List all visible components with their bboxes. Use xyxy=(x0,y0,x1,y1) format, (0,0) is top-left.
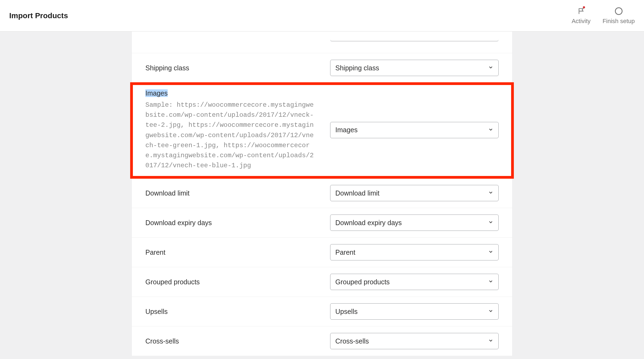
shipping-class-select[interactable]: Shipping class xyxy=(330,60,499,76)
mapping-row-grouped-products: Grouped products Grouped products xyxy=(132,267,512,297)
select-value: Shipping class xyxy=(335,64,379,72)
row-label-text: Parent xyxy=(145,248,165,256)
select-value: Upsells xyxy=(335,308,358,316)
chevron-down-icon xyxy=(488,127,493,133)
notification-dot-icon xyxy=(583,6,585,8)
chevron-down-icon xyxy=(488,249,493,256)
row-label: Upsells xyxy=(145,308,330,316)
row-label: Images Sample: https://woocommercecore.m… xyxy=(145,89,330,171)
mapping-panel: Shipping class Shipping class Images Sam… xyxy=(132,32,512,356)
row-label-text: Images xyxy=(145,89,168,97)
mapping-row-shipping-class: Shipping class Shipping class xyxy=(132,53,512,83)
upsells-select[interactable]: Upsells xyxy=(330,303,499,320)
select-value: Download expiry days xyxy=(335,219,402,227)
activity-label: Activity xyxy=(572,18,591,25)
mapping-row xyxy=(132,32,512,53)
parent-select[interactable]: Parent xyxy=(330,244,499,260)
finish-setup-label: Finish setup xyxy=(602,18,635,25)
select-value: Download limit xyxy=(335,189,380,197)
select-value: Images xyxy=(335,126,358,134)
cross-sells-select[interactable]: Cross-sells xyxy=(330,333,499,349)
download-expiry-select[interactable]: Download expiry days xyxy=(330,215,499,231)
mapping-row-download-expiry: Download expiry days Download expiry day… xyxy=(132,208,512,238)
select-value: Parent xyxy=(335,248,355,256)
mapping-row-download-limit: Download limit Download limit xyxy=(132,178,512,208)
mapping-row-parent: Parent Parent xyxy=(132,238,512,267)
inbox-icon xyxy=(577,7,586,15)
select-value: Grouped products xyxy=(335,278,390,286)
page-title: Import Products xyxy=(9,11,68,20)
row-sample-text: Sample: https://woocommercecore.mystagin… xyxy=(145,100,315,171)
download-limit-select[interactable]: Download limit xyxy=(330,185,499,201)
row-label-text: Upsells xyxy=(145,308,168,315)
row-label: Parent xyxy=(145,248,330,256)
topbar: Import Products Activity Finish setup xyxy=(0,0,644,32)
topbar-actions: Activity Finish setup xyxy=(572,7,635,25)
row-label-text: Download expiry days xyxy=(145,219,212,226)
chevron-down-icon xyxy=(488,190,493,196)
grouped-products-select[interactable]: Grouped products xyxy=(330,274,499,290)
progress-circle-icon xyxy=(614,7,623,15)
mapping-row-images: Images Sample: https://woocommercecore.m… xyxy=(132,83,512,178)
mapping-row-cross-sells: Cross-sells Cross-sells xyxy=(132,326,512,356)
activity-button[interactable]: Activity xyxy=(572,7,591,25)
row-label-text: Shipping class xyxy=(145,64,189,72)
row-label: Shipping class xyxy=(145,64,330,72)
mapping-row-upsells: Upsells Upsells xyxy=(132,297,512,326)
row-label-text: Cross-sells xyxy=(145,337,179,345)
chevron-down-icon xyxy=(488,279,493,285)
chevron-down-icon xyxy=(488,308,493,315)
previous-select[interactable] xyxy=(330,37,499,41)
main-content: Shipping class Shipping class Images Sam… xyxy=(0,32,644,356)
select-value: Cross-sells xyxy=(335,337,369,345)
row-label: Grouped products xyxy=(145,278,330,286)
chevron-down-icon xyxy=(488,338,493,344)
row-label: Download limit xyxy=(145,189,330,197)
chevron-down-icon xyxy=(488,65,493,71)
row-label-text: Grouped products xyxy=(145,278,200,286)
row-label: Cross-sells xyxy=(145,337,330,345)
finish-setup-button[interactable]: Finish setup xyxy=(602,7,635,25)
row-label-text: Download limit xyxy=(145,189,190,197)
images-select[interactable]: Images xyxy=(330,122,499,138)
chevron-down-icon xyxy=(488,219,493,226)
row-label: Download expiry days xyxy=(145,219,330,227)
